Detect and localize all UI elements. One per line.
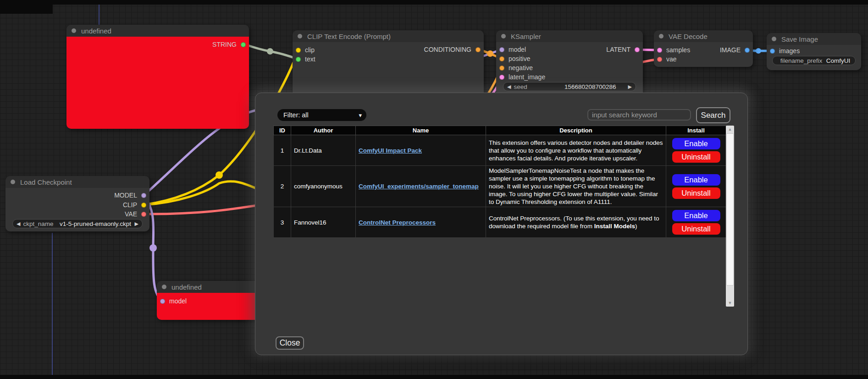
port-dot-icon[interactable] [635, 47, 640, 52]
ckpt-name-widget[interactable]: ◀ ckpt_name v1-5-pruned-emaonly.ckpt ▶ [12, 219, 143, 228]
scrollbar-thumb[interactable] [726, 133, 734, 286]
node-title-bar[interactable]: Load Checkpoint [6, 176, 149, 188]
filename-prefix-widget[interactable]: filename_prefix ComfyUI [772, 56, 856, 65]
input-port-vae[interactable]: vae [654, 55, 677, 64]
input-port-latent-image[interactable]: latent_image [496, 72, 545, 82]
node-title-bar[interactable]: Save Image [767, 33, 861, 45]
reroute-dot-clip[interactable] [216, 171, 223, 179]
port-dot-icon[interactable] [499, 75, 504, 80]
port-dot-icon[interactable] [499, 66, 504, 71]
node-title-bar[interactable]: KSampler [496, 30, 643, 42]
cell-id: 3 [274, 207, 291, 238]
uninstall-button[interactable]: Uninstall [672, 151, 720, 163]
enable-button[interactable]: Enable [672, 210, 720, 221]
input-port-clip[interactable]: clip [293, 45, 315, 55]
node-collapse-dot-icon[interactable] [772, 37, 776, 41]
port-dot-icon[interactable] [657, 48, 662, 53]
node-collapse-dot-icon[interactable] [72, 28, 76, 33]
search-input[interactable] [587, 109, 691, 121]
port-label: CLIP [123, 201, 137, 209]
port-dot-icon[interactable] [141, 193, 146, 198]
reroute-dot-conditioning[interactable] [487, 50, 493, 57]
table-header-row: ID Author Name Description Install [274, 126, 726, 135]
output-port-conditioning[interactable]: CONDITIONING [424, 45, 484, 54]
enable-button[interactable]: Enable [672, 174, 720, 186]
port-dot-icon[interactable] [657, 57, 662, 62]
node-collapse-dot-icon[interactable] [11, 180, 15, 184]
node-title-bar[interactable]: undefined [157, 281, 267, 293]
port-dot-icon[interactable] [296, 48, 301, 53]
reroute-dot-model[interactable] [149, 244, 157, 252]
extension-link[interactable]: ComfyUI_experiments/sampler_tonemap [359, 183, 479, 190]
node-title-bar[interactable]: undefined [66, 25, 249, 37]
port-dot-icon[interactable] [296, 57, 301, 62]
node-title: VAE Decode [669, 33, 708, 40]
node-save-image[interactable]: Save Image images filename_prefix ComfyU… [767, 33, 861, 70]
arrow-right-icon[interactable]: ▶ [628, 84, 632, 90]
header-description: Description [486, 126, 666, 135]
node-body [66, 37, 249, 129]
cell-author: comfyanonymous [291, 166, 356, 207]
header-name: Name [356, 126, 486, 135]
search-button[interactable]: Search [696, 107, 730, 123]
port-dot-icon[interactable] [160, 299, 165, 304]
extension-manager-dialog: Filter: all ▾ Search ID Author Name Desc… [255, 93, 748, 355]
output-port-image[interactable]: IMAGE [720, 45, 753, 55]
port-dot-icon[interactable] [745, 48, 750, 53]
output-port-vae[interactable]: VAE [125, 209, 149, 219]
comfyui-canvas[interactable]: undefined STRING CLIP Text Encode (Promp… [0, 0, 868, 379]
output-port-clip[interactable]: CLIP [123, 200, 149, 209]
scroll-up-icon[interactable]: ▲ [726, 126, 734, 133]
input-port-negative[interactable]: negative [496, 63, 533, 72]
close-button[interactable]: Close [276, 336, 304, 350]
chevron-down-icon: ▾ [359, 112, 362, 119]
arrow-left-icon[interactable]: ◀ [17, 221, 20, 227]
port-dot-icon[interactable] [141, 203, 146, 208]
reroute-dot-string[interactable] [267, 48, 273, 55]
input-port-samples[interactable]: samples [654, 45, 690, 55]
node-vae-decode[interactable]: VAE Decode samples vae IMAGE [654, 30, 753, 67]
node-title: undefined [81, 27, 111, 35]
arrow-right-icon[interactable]: ▶ [135, 221, 138, 227]
extension-link[interactable]: ComfyUI Impact Pack [359, 147, 422, 154]
input-port-images[interactable]: images [767, 46, 800, 55]
port-label: negative [509, 64, 533, 71]
input-port-model[interactable]: model [496, 45, 526, 54]
extension-link[interactable]: ControlNet Preprocessors [359, 219, 436, 226]
seed-widget[interactable]: ◀ seed 156680208700286 ▶ [503, 82, 636, 91]
node-undefined-top[interactable]: undefined STRING [66, 25, 249, 129]
header-author: Author [291, 126, 356, 135]
reroute-dot-image[interactable] [756, 48, 761, 54]
input-port-positive[interactable]: positive [496, 54, 530, 63]
output-port-latent[interactable]: LATENT [606, 45, 643, 54]
node-collapse-dot-icon[interactable] [298, 34, 302, 38]
port-dot-icon[interactable] [770, 49, 775, 54]
scroll-down-icon[interactable]: ▼ [726, 299, 734, 307]
uninstall-button[interactable]: Uninstall [672, 187, 720, 199]
input-port-model[interactable]: model [157, 297, 187, 306]
node-load-checkpoint[interactable]: Load Checkpoint MODEL CLIP VAE ◀ ckpt_na… [6, 176, 149, 231]
output-port-string[interactable]: STRING [212, 40, 249, 49]
output-port-model[interactable]: MODEL [114, 191, 149, 200]
node-title-bar[interactable]: VAE Decode [654, 30, 753, 42]
port-dot-icon[interactable] [241, 42, 246, 47]
node-title: Load Checkpoint [20, 178, 72, 186]
port-dot-icon[interactable] [499, 47, 504, 52]
filter-select[interactable]: Filter: all ▾ [277, 109, 366, 121]
port-dot-icon[interactable] [499, 56, 504, 61]
table-scrollbar[interactable]: ▲ ▼ [726, 126, 734, 307]
uninstall-button[interactable]: Uninstall [672, 223, 720, 235]
description-bold: Install Models [594, 223, 635, 230]
description-text: ModelSamplerTonemapNoiseTest a node that… [489, 167, 658, 205]
port-dot-icon[interactable] [475, 47, 481, 52]
node-collapse-dot-icon[interactable] [501, 34, 506, 38]
node-title-bar[interactable]: CLIP Text Encode (Prompt) [293, 30, 484, 42]
node-collapse-dot-icon[interactable] [659, 34, 663, 38]
arrow-left-icon[interactable]: ◀ [507, 84, 511, 90]
input-port-text[interactable]: text [293, 55, 315, 64]
enable-button[interactable]: Enable [672, 138, 720, 149]
node-undefined-bottom[interactable]: undefined model [157, 281, 267, 320]
node-collapse-dot-icon[interactable] [162, 285, 166, 289]
port-dot-icon[interactable] [141, 212, 146, 217]
node-title: KSampler [511, 33, 541, 40]
